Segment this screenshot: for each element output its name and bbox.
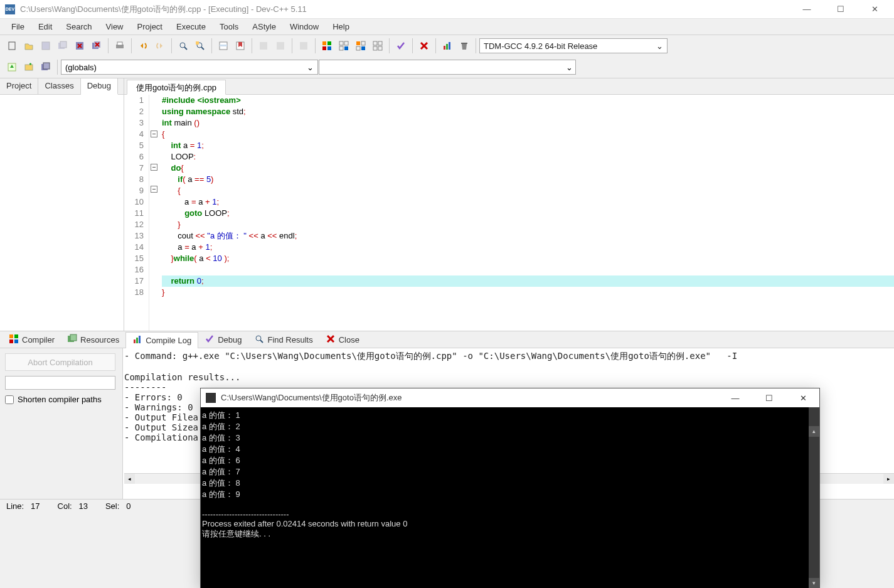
find-icon[interactable] [175, 38, 191, 54]
window-maximize[interactable]: ☐ [831, 4, 850, 14]
fold-toggle-icon[interactable] [151, 164, 157, 171]
code-line[interactable]: LOOP: [162, 151, 894, 163]
compiler-select[interactable]: TDM-GCC 4.9.2 64-bit Release ⌄ [479, 38, 668, 53]
bottom-tab-compile-log[interactable]: Compile Log [125, 332, 198, 348]
window-minimize[interactable]: — [797, 4, 816, 14]
console-titlebar[interactable]: C:\Users\Wang\Documents\使用goto语句的例.exe —… [201, 388, 819, 407]
code-line[interactable]: } [162, 287, 894, 298]
editor-tab[interactable]: 使用goto语句的例.cpp [127, 80, 226, 95]
goto-line-icon[interactable] [215, 38, 231, 54]
menu-astyle[interactable]: AStyle [246, 20, 282, 33]
fold-line [149, 195, 158, 206]
code-line[interactable]: a = a + 1; [162, 242, 894, 253]
redo-icon[interactable] [152, 38, 168, 54]
bottom-tab-close[interactable]: Close [319, 332, 366, 348]
profile-icon[interactable] [439, 38, 455, 54]
scroll-down-icon[interactable]: ▾ [809, 578, 819, 588]
save-all-icon[interactable] [55, 38, 71, 54]
code-line[interactable]: { [162, 185, 894, 196]
console-close[interactable]: ✕ [792, 393, 814, 403]
globals-select[interactable]: (globals) ⌄ [61, 60, 318, 75]
bottom-tab-compiler[interactable]: Compiler [3, 332, 61, 348]
print-icon[interactable] [112, 38, 128, 54]
scroll-left-icon[interactable]: ◂ [124, 474, 135, 484]
fold-line [149, 285, 158, 296]
code-line[interactable]: } [162, 219, 894, 230]
compile-icon[interactable] [255, 38, 272, 54]
left-tab-classes[interactable]: Classes [38, 78, 80, 94]
menu-search[interactable]: Search [60, 20, 98, 33]
new-file-icon[interactable] [4, 38, 20, 54]
replace-icon[interactable] [192, 38, 208, 54]
window-close[interactable]: ✕ [865, 4, 884, 14]
menu-window[interactable]: Window [284, 20, 325, 33]
bottom-tab-debug[interactable]: Debug [198, 332, 248, 348]
run-icon[interactable] [272, 38, 289, 54]
svg-rect-17 [300, 42, 307, 50]
member-select[interactable]: ⌄ [319, 60, 576, 75]
open-file-icon[interactable] [21, 38, 37, 54]
svg-rect-28 [356, 46, 360, 50]
bookmark-icon[interactable] [232, 38, 248, 54]
bottom-tab-find-results[interactable]: Find Results [248, 332, 319, 348]
code-line[interactable]: #include <iostream> [162, 95, 894, 106]
grid4-icon[interactable] [370, 38, 386, 54]
svg-rect-41 [43, 63, 50, 69]
code-line[interactable]: goto LOOP; [162, 208, 894, 219]
menu-file[interactable]: File [5, 20, 31, 33]
chevron-down-icon: ⌄ [656, 41, 663, 51]
scroll-up-icon[interactable]: ▴ [809, 426, 819, 437]
scroll-right-icon[interactable]: ▸ [883, 474, 894, 484]
grid1-icon[interactable] [319, 38, 335, 54]
code-line[interactable]: int a = 1; [162, 140, 894, 151]
left-tab-debug[interactable]: Debug [81, 78, 118, 95]
code-line[interactable]: using namespace std; [162, 106, 894, 117]
left-tab-project[interactable]: Project [0, 78, 38, 94]
debug-check-icon[interactable] [393, 38, 409, 54]
new-project-icon[interactable] [4, 59, 20, 75]
save-icon[interactable] [38, 38, 54, 54]
code-line[interactable] [162, 264, 894, 275]
console-output[interactable]: a 的值： 1 a 的值： 2 a 的值： 3 a 的值： 4 a 的值： 6 … [201, 407, 819, 588]
code-line[interactable]: cout << "a 的值： " << a << endl; [162, 230, 894, 242]
code-line[interactable]: { [162, 129, 894, 140]
console-window[interactable]: C:\Users\Wang\Documents\使用goto语句的例.exe —… [200, 388, 820, 588]
add-file-icon[interactable] [21, 59, 37, 75]
shorten-paths-input[interactable] [5, 395, 14, 404]
remove-file-icon[interactable] [38, 59, 54, 75]
code-line[interactable]: a = a + 1; [162, 196, 894, 208]
menu-view[interactable]: View [100, 20, 130, 33]
fold-toggle-icon[interactable] [151, 131, 157, 137]
code-line[interactable]: do{ [162, 163, 894, 174]
menu-project[interactable]: Project [131, 20, 169, 33]
code-line[interactable]: return 0; [162, 275, 894, 287]
menu-help[interactable]: Help [326, 20, 356, 33]
svg-rect-26 [356, 41, 360, 45]
stop-icon[interactable] [416, 38, 432, 54]
code-line[interactable]: int main () [162, 117, 894, 129]
close-file-icon[interactable] [72, 38, 88, 54]
close-all-icon[interactable] [88, 38, 105, 54]
undo-icon[interactable] [135, 38, 151, 54]
code-line[interactable]: }while( a < 10 ); [162, 253, 894, 264]
menu-tools[interactable]: Tools [213, 20, 245, 33]
shorten-paths-checkbox[interactable]: Shorten compiler paths [5, 395, 117, 404]
svg-rect-0 [9, 42, 15, 50]
console-minimize[interactable]: — [724, 393, 747, 403]
console-scrollbar[interactable]: ▴ ▾ [809, 407, 819, 588]
grid3-icon[interactable] [353, 38, 369, 54]
code-line[interactable]: if( a == 5) [162, 174, 894, 185]
source-code[interactable]: #include <iostream>using namespace std;i… [158, 95, 894, 331]
globals-select-label: (globals) [65, 63, 97, 72]
svg-rect-48 [134, 339, 136, 343]
fold-toggle-icon[interactable] [151, 186, 157, 193]
grid2-icon[interactable] [336, 38, 352, 54]
menu-execute[interactable]: Execute [170, 20, 212, 33]
console-maximize[interactable]: ☐ [758, 393, 780, 403]
rebuild-icon[interactable] [295, 38, 312, 54]
menu-edit[interactable]: Edit [32, 20, 58, 33]
code-editor[interactable]: 123456789101112131415161718 #include <io… [124, 95, 894, 331]
trash-icon[interactable] [456, 38, 472, 54]
compile-controls: Abort Compilation Shorten compiler paths [0, 348, 123, 499]
bottom-tab-resources[interactable]: Resources [61, 332, 125, 348]
